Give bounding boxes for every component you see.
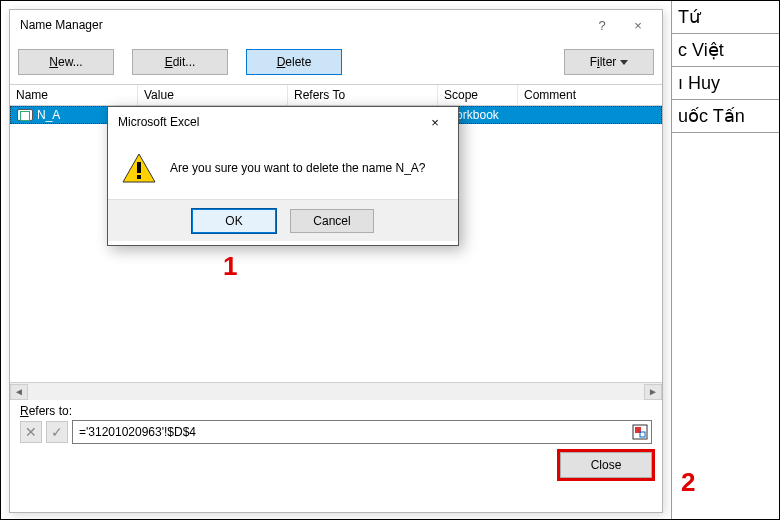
new-button[interactable]: NNew...ew...: [18, 49, 114, 75]
header-name[interactable]: Name: [10, 85, 138, 105]
name-icon: [17, 109, 33, 121]
msgbox-text: Are you sure you want to delete the name…: [170, 161, 426, 175]
scroll-left-icon[interactable]: ◄: [10, 384, 28, 400]
range-picker-icon[interactable]: [631, 423, 649, 441]
close-icon[interactable]: ×: [620, 13, 656, 37]
help-button[interactable]: ?: [584, 13, 620, 37]
header-comment[interactable]: Comment: [518, 85, 662, 105]
spreadsheet-cell[interactable]: c Việt: [672, 34, 779, 67]
chevron-down-icon: [620, 60, 628, 65]
delete-button[interactable]: DeleteDelete: [246, 49, 342, 75]
refers-to-label: Refers to:Refers to:: [10, 400, 662, 420]
msgbox-titlebar: Microsoft Excel ×: [108, 107, 458, 137]
cancel-button[interactable]: Cancel: [290, 209, 374, 233]
titlebar: Name Manager ? ×: [10, 10, 662, 40]
header-scope[interactable]: Scope: [438, 85, 518, 105]
cancel-edit-icon[interactable]: ✕: [20, 421, 42, 443]
spreadsheet-cell[interactable]: uốc Tấn: [672, 100, 779, 133]
column-headers: Name Value Refers To Scope Comment: [10, 84, 662, 106]
refers-to-row: ✕ ✓ ='31201020963'!$D$4: [10, 420, 662, 452]
spreadsheet-peek: Tứ c Việt ı Huy uốc Tấn: [671, 1, 779, 519]
dialog-title: Name Manager: [20, 18, 103, 32]
msgbox-close-icon[interactable]: ×: [418, 111, 452, 133]
annotation-2: 2: [681, 467, 695, 498]
confirm-delete-dialog: Microsoft Excel × Are you sure you want …: [107, 106, 459, 246]
msgbox-title: Microsoft Excel: [118, 115, 199, 129]
refers-to-input[interactable]: ='31201020963'!$D$4: [72, 420, 652, 444]
filter-button[interactable]: FilterFilter: [564, 49, 654, 75]
header-value[interactable]: Value: [138, 85, 288, 105]
spreadsheet-cell[interactable]: ı Huy: [672, 67, 779, 100]
horizontal-scrollbar[interactable]: ◄ ►: [10, 382, 662, 400]
spreadsheet-cell[interactable]: Tứ: [672, 1, 779, 34]
edit-button[interactable]: Edit...Edit...: [132, 49, 228, 75]
accept-edit-icon[interactable]: ✓: [46, 421, 68, 443]
scroll-right-icon[interactable]: ►: [644, 384, 662, 400]
svg-rect-4: [137, 162, 141, 173]
ok-button[interactable]: OK: [192, 209, 276, 233]
cell-name: N_A: [37, 108, 60, 122]
name-manager-dialog: Name Manager ? × NNew...ew... Edit...Edi…: [9, 9, 663, 513]
svg-rect-5: [137, 175, 141, 179]
close-button[interactable]: Close: [560, 452, 652, 478]
header-refers-to[interactable]: Refers To: [288, 85, 438, 105]
annotation-1: 1: [223, 251, 237, 282]
warning-icon: [122, 153, 156, 183]
toolbar: NNew...ew... Edit...Edit... DeleteDelete…: [10, 40, 662, 84]
